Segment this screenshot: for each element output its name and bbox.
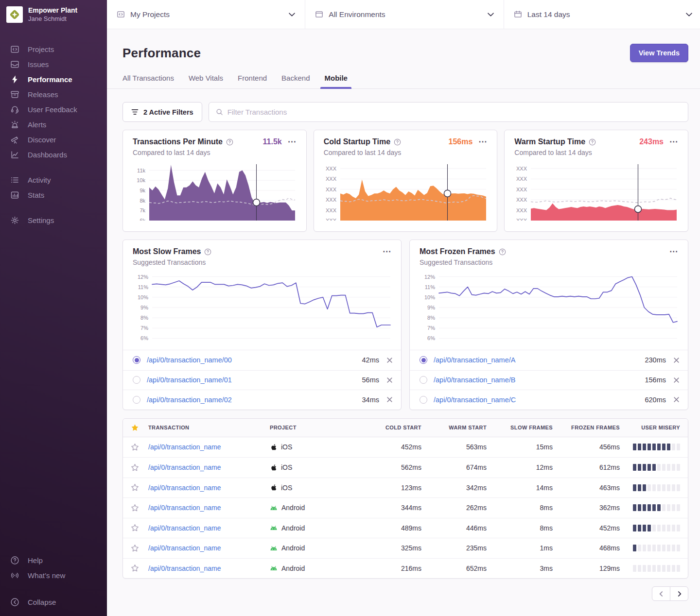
close-icon[interactable]: [673, 396, 680, 403]
cold-start-value: 562ms: [356, 463, 421, 471]
sidebar-item-releases[interactable]: Releases: [0, 87, 107, 102]
star-outline-icon[interactable]: [131, 564, 148, 572]
svg-text:8%: 8%: [427, 315, 435, 321]
more-options-icon[interactable]: ⋯: [478, 139, 487, 144]
svg-text:7%: 7%: [427, 325, 435, 331]
question-info-icon[interactable]: [589, 138, 596, 146]
more-options-icon[interactable]: ⋯: [669, 139, 678, 144]
date-range-label: Last 14 days: [527, 10, 570, 19]
cold-start-value: 489ms: [356, 524, 421, 532]
frozen-frames-chart[interactable]: 12%11%10%9%8%7%6%: [420, 272, 678, 345]
close-icon[interactable]: [386, 357, 393, 363]
tab-all-transactions[interactable]: All Transactions: [122, 74, 174, 88]
transaction-link[interactable]: /api/0/transaction_name: [148, 544, 270, 552]
android-icon: [270, 565, 278, 571]
view-trends-button[interactable]: View Trends: [630, 44, 688, 62]
radio-button[interactable]: [133, 376, 140, 384]
transaction-link[interactable]: /api/0/transaction_name: [148, 504, 270, 512]
more-options-icon[interactable]: ⋯: [288, 139, 297, 144]
close-icon[interactable]: [386, 377, 393, 383]
svg-text:XXX: XXX: [326, 187, 337, 192]
apple-icon: [270, 484, 277, 491]
active-filters-button[interactable]: 2 Active Filters: [122, 102, 202, 122]
date-range-selector[interactable]: Last 14 days: [504, 0, 700, 29]
transaction-link[interactable]: /api/0/transaction_name/02: [147, 396, 362, 404]
tpm-chart[interactable]: 11k10k9k8k7k6k: [133, 162, 297, 222]
frozen-frames-value: 456ms: [553, 443, 620, 451]
sidebar-item-activity[interactable]: Activity: [0, 172, 107, 188]
tab-backend[interactable]: Backend: [281, 74, 310, 88]
project-cell: Android: [270, 565, 356, 572]
star-outline-icon[interactable]: [131, 504, 148, 512]
sidebar-collapse[interactable]: Collapse: [0, 595, 107, 610]
svg-text:10%: 10%: [424, 294, 435, 300]
question-info-icon[interactable]: [499, 248, 506, 256]
sidebar-item-help[interactable]: Help: [0, 553, 107, 568]
cold-startup-chart[interactable]: XXXXXXXXXXXXXXXXXX: [324, 162, 488, 222]
search-input[interactable]: [228, 108, 681, 116]
star-outline-icon[interactable]: [131, 524, 148, 532]
sidebar-item-alerts[interactable]: Alerts: [0, 117, 107, 132]
slow-frames-chart[interactable]: 12%11%10%9%8%7%6%: [133, 272, 391, 345]
more-options-icon[interactable]: ⋯: [669, 249, 678, 254]
radio-button[interactable]: [420, 356, 427, 364]
close-icon[interactable]: [673, 377, 680, 383]
transaction-link[interactable]: /api/0/transaction_name: [148, 443, 270, 451]
list-item: /api/0/transaction_name/B156ms: [410, 370, 688, 390]
settings-icon: [10, 216, 19, 225]
star-outline-icon[interactable]: [131, 443, 148, 451]
star-filled-icon[interactable]: [131, 424, 148, 432]
radio-button[interactable]: [133, 396, 140, 404]
project-selector[interactable]: My Projects: [107, 0, 305, 29]
tab-web-vitals[interactable]: Web Vitals: [189, 74, 223, 88]
close-icon[interactable]: [673, 357, 680, 363]
transaction-link[interactable]: /api/0/transaction_name/B: [434, 376, 645, 384]
question-info-icon[interactable]: [394, 138, 401, 146]
close-icon[interactable]: [386, 396, 393, 403]
transaction-link[interactable]: /api/0/transaction_name/00: [147, 356, 362, 364]
transaction-link[interactable]: /api/0/transaction_name/01: [147, 376, 362, 384]
apple-icon: [270, 444, 277, 451]
transaction-link[interactable]: /api/0/transaction_name: [148, 463, 270, 471]
transaction-link[interactable]: /api/0/transaction_name: [148, 484, 270, 492]
sidebar-item-whats-new[interactable]: What’s new: [0, 568, 107, 583]
sidebar-item-projects[interactable]: Projects: [0, 42, 107, 57]
star-outline-icon[interactable]: [131, 463, 148, 472]
star-outline-icon[interactable]: [131, 544, 148, 552]
transaction-link[interactable]: /api/0/transaction_name: [148, 565, 270, 572]
sidebar-item-dashboards[interactable]: Dashboards: [0, 147, 107, 162]
frozen-frames-value: 468ms: [553, 544, 620, 552]
transaction-link[interactable]: /api/0/transaction_name/C: [434, 396, 645, 404]
sidebar-item-issues[interactable]: Issues: [0, 57, 107, 72]
star-outline-icon[interactable]: [131, 483, 148, 492]
more-options-icon[interactable]: ⋯: [383, 249, 391, 254]
sidebar-item-discover[interactable]: Discover: [0, 132, 107, 147]
transaction-link[interactable]: /api/0/transaction_name: [148, 524, 270, 532]
column-header: USER MISERY: [620, 425, 680, 430]
radio-button[interactable]: [420, 396, 427, 404]
previous-page-button[interactable]: [652, 586, 670, 601]
warm-startup-chart[interactable]: XXXXXXXXXXXXXXXXXX: [514, 162, 678, 222]
radio-button[interactable]: [420, 376, 427, 384]
svg-text:XXX: XXX: [516, 187, 527, 192]
sidebar-item-user-feedback[interactable]: User Feedback: [0, 102, 107, 117]
question-info-icon[interactable]: [204, 248, 211, 256]
radio-button[interactable]: [133, 356, 140, 364]
next-page-button[interactable]: [670, 586, 688, 601]
tab-mobile[interactable]: Mobile: [324, 74, 348, 88]
user-misery-bar: [620, 525, 680, 531]
sidebar-item-performance[interactable]: Performance: [0, 72, 107, 87]
svg-text:8k: 8k: [140, 198, 145, 204]
org-switcher[interactable]: Empower Plant Jane Schmidt: [0, 0, 107, 29]
environment-selector[interactable]: All Environments: [305, 0, 503, 29]
transaction-link[interactable]: /api/0/transaction_name/A: [434, 356, 645, 364]
tab-frontend[interactable]: Frontend: [238, 74, 267, 88]
panel-title: Most Frozen Frames: [420, 247, 495, 256]
search-icon: [216, 108, 223, 116]
table-row: /api/0/transaction_nameiOS452ms563ms15ms…: [123, 437, 688, 458]
transactions-table: TRANSACTIONPROJECTCOLD STARTWARM STARTSL…: [122, 418, 688, 579]
sidebar-item-settings[interactable]: Settings: [0, 213, 107, 228]
sidebar-footer: HelpWhat’s new: [0, 553, 107, 583]
sidebar-item-stats[interactable]: Stats: [0, 188, 107, 203]
question-info-icon[interactable]: [226, 138, 233, 146]
